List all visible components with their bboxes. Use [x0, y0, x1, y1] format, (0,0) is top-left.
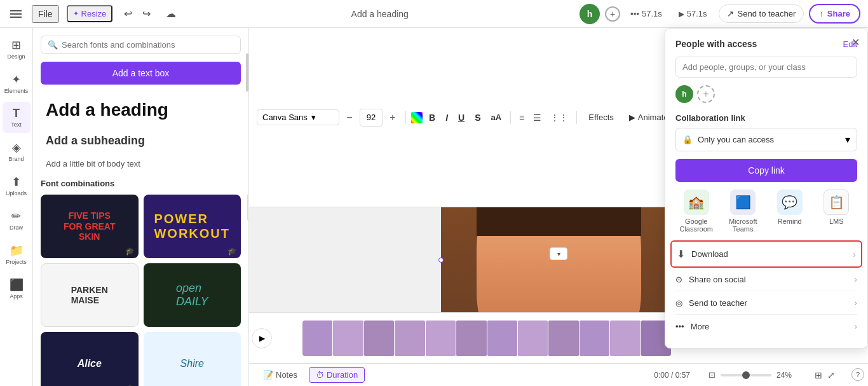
duration-icon: ⏱ — [316, 370, 324, 380]
timeline-clip-1[interactable] — [302, 321, 332, 356]
timeline-clip-4[interactable] — [395, 321, 424, 356]
search-icon: 🔍 — [48, 40, 58, 50]
download-row[interactable]: ⬇ Download › — [670, 240, 862, 268]
undo-button[interactable]: ↩ — [120, 5, 136, 22]
font-combinations-section: Font combinations FIVE TIPSFOR GREATSKIN… — [41, 179, 241, 386]
teams-label: Microsoft Teams — [722, 217, 764, 233]
remind-icon: 💬 — [777, 190, 803, 215]
font-size-decrease-button[interactable]: − — [342, 110, 357, 125]
timeline-clip-6[interactable] — [456, 321, 486, 356]
microsoft-teams-option[interactable]: 🟦 Microsoft Teams — [722, 190, 764, 233]
font-card-text-4: openDAILY — [176, 282, 208, 308]
hamburger-icon[interactable] — [8, 8, 24, 20]
add-subheading-option[interactable]: Add a subheading — [41, 128, 241, 154]
font-card-text-2: POWERWORKOUT — [154, 212, 230, 241]
timeline-play-button[interactable]: ▶ — [252, 328, 272, 348]
zoom-controls: ⊡ 24% — [709, 370, 792, 380]
timeline-clip-11[interactable] — [610, 321, 640, 356]
avatar[interactable]: h — [580, 4, 600, 24]
timeline-clip-10[interactable] — [580, 321, 609, 356]
share-button[interactable]: ↑ Share — [809, 4, 860, 24]
color-swatch[interactable] — [411, 112, 423, 123]
effects-button[interactable]: Effects — [582, 110, 620, 125]
timeline-clip-8[interactable] — [518, 321, 548, 356]
add-collaborator-button[interactable]: + — [605, 6, 620, 22]
font-grid: FIVE TIPSFOR GREATSKIN 🎓 POWERWORKOUT 🎓 … — [41, 195, 241, 386]
font-card-1[interactable]: FIVE TIPSFOR GREATSKIN 🎓 — [41, 195, 139, 258]
chevron-down-icon: ▾ — [845, 134, 850, 146]
timeline-clip-9[interactable] — [548, 321, 578, 356]
add-text-button[interactable]: Add a text box — [41, 62, 241, 85]
notes-button[interactable]: 📝 Notes — [257, 368, 304, 382]
align-justify-button[interactable]: ⋮⋮ — [547, 110, 571, 125]
share-social-row[interactable]: ⊙ Share on social › — [675, 268, 857, 291]
preview-play-button[interactable]: ▶ 57.1s — [672, 6, 714, 21]
timeline-clip-5[interactable] — [426, 321, 456, 356]
sidebar-item-design[interactable]: ⊞ Design — [3, 33, 31, 65]
zoom-percent: 24% — [776, 371, 792, 380]
text-case-button[interactable]: aA — [487, 110, 505, 125]
sidebar-item-apps[interactable]: ⬛ Apps — [3, 273, 31, 305]
search-input[interactable] — [62, 40, 234, 50]
resize-button[interactable]: Resize — [67, 5, 113, 22]
people-input[interactable] — [675, 57, 857, 78]
chevron-down-icon: ▾ — [311, 113, 316, 122]
duration-button[interactable]: ⏱ Duration — [309, 367, 365, 383]
copy-link-button[interactable]: Copy link — [675, 159, 857, 182]
dropdown-close-button[interactable]: ✕ — [851, 36, 860, 48]
timeline-clip-3[interactable] — [364, 321, 394, 356]
bold-button[interactable]: B — [425, 110, 439, 125]
stats-button[interactable]: ▪▪▪ 57.1s — [625, 6, 667, 21]
timeline-clip-7[interactable] — [487, 321, 517, 356]
link-access-dropdown[interactable]: 🔒 Only you can access ▾ — [675, 128, 857, 151]
font-size-increase-button[interactable]: + — [385, 110, 400, 125]
expand-down-button[interactable]: ▾ — [550, 247, 567, 260]
font-card-4[interactable]: openDAILY — [144, 263, 241, 327]
more-row[interactable]: ••• More › — [675, 315, 857, 338]
align-center-button[interactable]: ☰ — [530, 110, 545, 125]
sidebar-item-elements[interactable]: ✦ Elements — [3, 67, 31, 99]
align-left-button[interactable]: ≡ — [516, 110, 527, 125]
timeline-clip-2[interactable] — [333, 321, 363, 356]
sidebar-item-projects[interactable]: 📁 Projects — [3, 238, 31, 270]
send-to-teacher-row[interactable]: ◎ Send to teacher › — [675, 291, 857, 315]
fit-to-screen-button[interactable]: ⊡ — [709, 370, 715, 380]
download-left: ⬇ Download — [677, 248, 728, 260]
font-card-6[interactable]: Shire — [144, 332, 241, 386]
fullscreen-button[interactable]: ⤢ — [826, 369, 836, 382]
help-button[interactable]: ? — [851, 368, 864, 381]
scroll-thumb[interactable] — [246, 53, 248, 92]
zoom-slider[interactable] — [721, 374, 771, 376]
font-card-5[interactable]: Alice 🎓 — [41, 332, 139, 386]
design-icon: ⊞ — [11, 38, 21, 52]
underline-button[interactable]: U — [454, 110, 468, 125]
grid-view-button[interactable]: ⊞ — [813, 369, 824, 382]
remind-option[interactable]: 💬 Remind — [769, 190, 811, 233]
redo-button[interactable]: ↪ — [139, 5, 154, 22]
bottom-bar: 📝 Notes ⏱ Duration 0:00 / 0:57 ⊡ 24% ⊞ — [249, 363, 868, 386]
google-classroom-option[interactable]: 🏫 Google Classroom — [675, 190, 717, 233]
strikethrough-button[interactable]: S — [471, 110, 484, 125]
font-family-select[interactable]: Canva Sans ▾ — [257, 109, 339, 125]
file-button[interactable]: File — [32, 5, 59, 23]
font-card-3[interactable]: PARKENMAISE — [41, 263, 139, 327]
font-card-text-1: FIVE TIPSFOR GREATSKIN — [64, 210, 115, 242]
topbar-left: File Resize ↩ ↪ ☁ — [8, 5, 180, 23]
lms-option[interactable]: 📋 LMS — [816, 190, 858, 233]
add-heading-option[interactable]: Add a heading — [41, 92, 241, 128]
sidebar-item-brand[interactable]: ◈ Brand — [3, 135, 31, 167]
add-avatar-button[interactable]: + — [697, 85, 715, 103]
sidebar-item-draw[interactable]: ✏ Draw — [3, 204, 31, 236]
font-size-control: − + — [342, 109, 400, 127]
send-to-teacher-button[interactable]: ↗ Send to teacher — [719, 4, 804, 23]
main-layout: ⊞ Design ✦ Elements T Text ◈ Brand ⬆ Upl… — [0, 28, 868, 386]
italic-button[interactable]: I — [442, 110, 452, 125]
sidebar-item-text[interactable]: T Text — [3, 102, 31, 133]
sidebar-item-uploads[interactable]: ⬆ Uploads — [3, 170, 31, 202]
view-toggle: ⊞ ⤢ — [813, 369, 836, 382]
notes-icon: 📝 — [263, 370, 273, 380]
add-body-option[interactable]: Add a little bit of body text — [41, 154, 241, 174]
font-size-input[interactable] — [360, 109, 383, 127]
cloud-save-button[interactable]: ☁ — [162, 5, 180, 22]
font-card-2[interactable]: POWERWORKOUT 🎓 — [144, 195, 241, 258]
